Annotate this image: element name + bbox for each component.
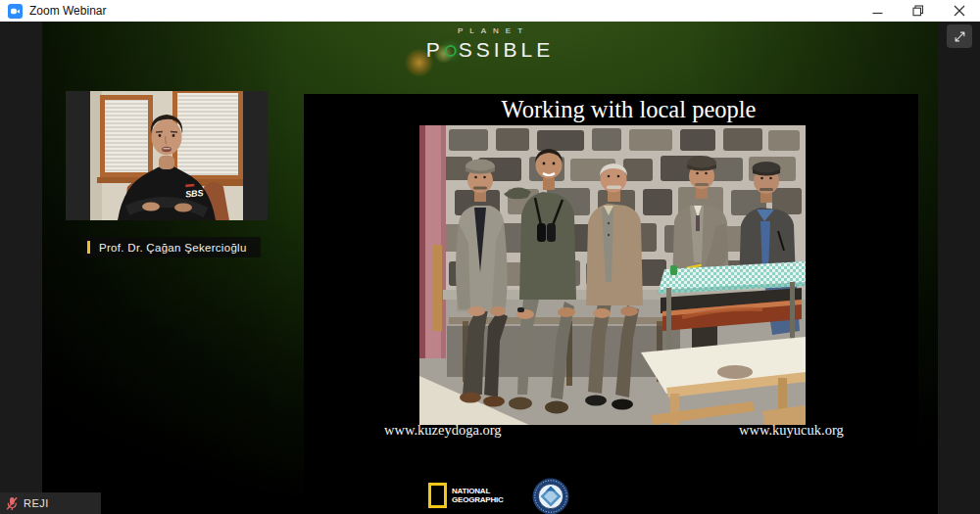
partner-logos: NATIONAL GEOGRAPHIC <box>428 483 569 514</box>
accent-bar <box>87 241 90 254</box>
slide-link-right: www.kuyucuk.org <box>739 422 844 439</box>
close-icon <box>954 5 965 17</box>
right-gallery-strip <box>938 22 980 514</box>
green-ring-o-icon <box>445 45 457 57</box>
restore-button[interactable] <box>898 0 939 22</box>
slide-photo <box>419 125 806 425</box>
participant-name-label: REJI <box>0 492 101 514</box>
mic-muted-icon <box>6 496 18 511</box>
fullscreen-expand-icon <box>953 29 967 44</box>
minimize-button[interactable] <box>857 0 898 22</box>
restore-icon <box>912 5 924 17</box>
possible-wordmark: PSSIBLE <box>426 38 555 62</box>
wordmark-suffix: SSIBLE <box>459 38 555 61</box>
zoom-webinar-window: Zoom Webinar <box>0 0 980 514</box>
window-titlebar: Zoom Webinar <box>0 0 980 22</box>
meeting-content-area: PLANET PSSIBLE <box>0 22 980 514</box>
participant-name: REJI <box>24 497 49 509</box>
shared-screen-stage: PLANET PSSIBLE <box>42 22 938 514</box>
planet-text: PLANET <box>426 26 555 35</box>
natgeo-yellow-frame-icon <box>428 483 447 508</box>
natgeo-wordmark: NATIONAL GEOGRAPHIC <box>452 487 504 504</box>
window-controls <box>857 0 980 22</box>
speaker-webcam-video: SBS <box>90 91 243 220</box>
natgeo-line1: NATIONAL <box>452 487 504 495</box>
natgeo-line2: GEOGRAPHIC <box>452 495 504 504</box>
zoom-camera-glyph <box>10 6 21 17</box>
speaker-video-tile[interactable]: SBS <box>66 91 268 220</box>
window-title: Zoom Webinar <box>29 4 106 18</box>
minimize-icon <box>872 6 883 17</box>
slide-link-left: www.kuzeydoga.org <box>384 422 502 439</box>
lens-flare <box>405 48 434 77</box>
slide-share-tile: Working with local people <box>304 94 918 514</box>
zoom-camera-icon <box>8 4 23 19</box>
fullscreen-button[interactable] <box>947 24 972 48</box>
speaker-name-label: Prof. Dr. Çağan Şekercioğlu <box>84 237 261 257</box>
shirt-logo-text: SBS <box>185 188 204 200</box>
university-seal-icon <box>532 478 569 514</box>
slide-title: Working with local people <box>304 96 918 123</box>
close-button[interactable] <box>939 0 980 22</box>
left-gallery-strip <box>0 22 42 514</box>
speaker-name: Prof. Dr. Çağan Şekercioğlu <box>99 242 247 254</box>
planet-possible-logo: PLANET PSSIBLE <box>426 26 555 62</box>
national-geographic-logo: NATIONAL GEOGRAPHIC <box>428 483 504 508</box>
